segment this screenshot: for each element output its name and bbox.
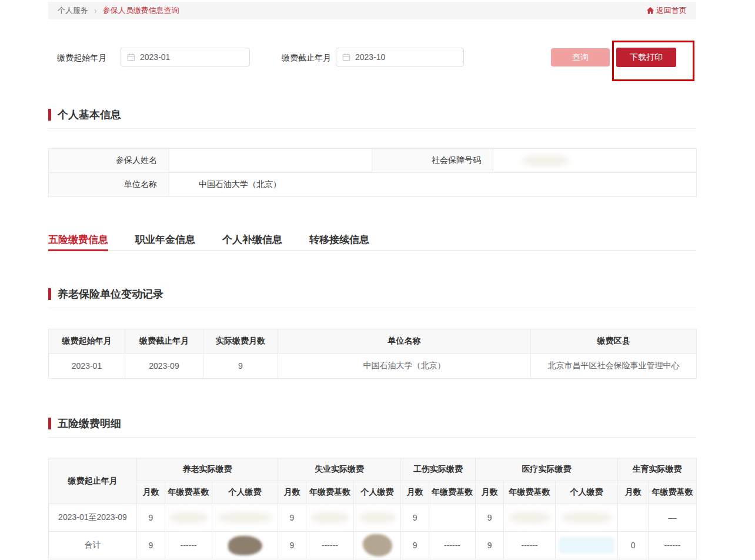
insurance-tabs: 五险缴费信息 职业年金信息 个人补缴信息 转移接续信息	[48, 231, 696, 251]
payment-detail-table: 缴费起止年月 养老实际缴费 失业实际缴费 工伤实际缴费 医疗实际缴费 生育实际缴…	[48, 458, 697, 559]
breadcrumb-parent-link[interactable]: 个人服务	[58, 5, 88, 16]
group-header-pension: 养老实际缴费	[137, 458, 278, 481]
section-pension-change-header: 养老保险单位变动记录	[48, 287, 696, 308]
column-header: 缴费区县	[531, 329, 697, 354]
column-header: 个人缴费	[556, 481, 618, 504]
employer-value-cell: 中国石油大学（北京）	[169, 173, 697, 197]
table-cell: 9	[203, 354, 278, 379]
redaction-smudge	[228, 536, 262, 555]
pension-change-section-title: 养老保险单位变动记录	[58, 287, 163, 301]
table-cell: 2023-09	[125, 354, 203, 379]
calendar-icon	[342, 53, 350, 61]
tab-transfer-continuation[interactable]: 转移接续信息	[309, 231, 369, 250]
detail-cell	[504, 504, 556, 532]
detail-cell	[212, 504, 278, 532]
detail-cell: 9	[137, 504, 165, 532]
tab-occupational-annuity[interactable]: 职业年金信息	[135, 231, 195, 250]
redaction-smudge	[562, 512, 612, 524]
detail-cell	[618, 504, 649, 532]
detail-cell	[306, 504, 354, 532]
group-header-maternity: 生育实际缴费	[618, 458, 697, 481]
detail-cell	[429, 504, 476, 532]
name-label-cell: 参保人姓名	[49, 149, 169, 173]
home-icon	[646, 6, 654, 15]
return-home-label: 返回首页	[656, 5, 687, 16]
table-row: 合计 9 ------ 9 ------ 9 ------ 9 ------ 0…	[49, 532, 697, 559]
employer-label-cell: 单位名称	[49, 173, 169, 197]
column-header: 年缴费基数	[649, 481, 697, 504]
column-header: 月数	[401, 481, 429, 504]
redaction-smudge	[509, 512, 550, 524]
end-month-label: 缴费截止年月	[282, 53, 331, 64]
detail-cell: ------	[429, 532, 476, 559]
start-month-value: 2023-01	[140, 52, 170, 62]
name-value-cell	[169, 149, 372, 173]
start-month-label: 缴费起始年月	[57, 53, 106, 64]
detail-cell: 9	[401, 532, 429, 559]
group-header-injury: 工伤实际缴费	[401, 458, 476, 481]
redaction-smudge	[219, 512, 272, 524]
detail-cell	[354, 504, 401, 532]
ssn-label-cell: 社会保障号码	[372, 149, 493, 173]
redaction-smudge	[359, 512, 396, 524]
detail-cell: 9	[137, 532, 165, 559]
table-row: 参保人姓名 社会保障号码	[49, 149, 697, 173]
detail-cell	[556, 532, 618, 559]
detail-cell: 9	[278, 504, 306, 532]
detail-cell: ------	[504, 532, 556, 559]
redaction-smudge	[363, 534, 392, 556]
pension-change-table: 缴费起始年月 缴费截止年月 实际缴费月数 单位名称 缴费区县 2023-01 2…	[48, 329, 697, 379]
basic-info-table: 参保人姓名 社会保障号码 单位名称 中国石油大学（北京）	[48, 148, 697, 197]
column-header: 年缴费基数	[306, 481, 354, 504]
end-month-input[interactable]: 2023-10	[336, 48, 464, 66]
column-header: 缴费截止年月	[125, 329, 203, 354]
detail-cell	[212, 532, 278, 559]
detail-cell: 9	[476, 532, 504, 559]
insured-payment-query-page: 个人服务 › 参保人员缴费信息查询 返回首页 缴费起始年月 2023-01 缴费…	[0, 0, 755, 560]
ssn-value-cell	[493, 149, 697, 173]
column-header: 年缴费基数	[165, 481, 212, 504]
column-header: 月数	[278, 481, 306, 504]
table-subheader-row: 月数 年缴费基数 个人缴费 月数 年缴费基数 个人缴费 月数 年缴费基数 月数 …	[49, 481, 697, 504]
redaction-smudge	[559, 537, 614, 554]
column-header: 月数	[476, 481, 504, 504]
detail-cell	[354, 532, 401, 559]
group-header-medical: 医疗实际缴费	[476, 458, 618, 481]
detail-cell: ------	[165, 532, 212, 559]
download-print-button[interactable]: 下载打印	[616, 48, 676, 67]
redaction-smudge	[311, 512, 349, 524]
tab-personal-supplement[interactable]: 个人补缴信息	[222, 231, 282, 250]
section-accent-bar	[48, 288, 51, 300]
column-header: 年缴费基数	[429, 481, 476, 504]
section-accent-bar	[48, 109, 51, 121]
column-header: 单位名称	[278, 329, 531, 354]
detail-period-cell: 合计	[49, 532, 137, 559]
detail-cell	[556, 504, 618, 532]
redaction-smudge	[170, 512, 208, 524]
tab-five-insurance-payment[interactable]: 五险缴费信息	[48, 231, 108, 250]
detail-cell: ------	[306, 532, 354, 559]
redaction-smudge	[523, 155, 569, 166]
period-column-header: 缴费起止年月	[49, 458, 137, 504]
detail-cell: 0	[618, 532, 649, 559]
column-header: 个人缴费	[354, 481, 401, 504]
section-basic-info-header: 个人基本信息	[48, 108, 696, 129]
return-home-link[interactable]: 返回首页	[646, 5, 687, 16]
table-cell: 2023-01	[49, 354, 125, 379]
breadcrumb: 个人服务 › 参保人员缴费信息查询 返回首页	[48, 2, 696, 19]
table-header-row: 缴费起始年月 缴费截止年月 实际缴费月数 单位名称 缴费区县	[49, 329, 697, 354]
breadcrumb-separator: ›	[94, 6, 97, 15]
group-header-unemployment: 失业实际缴费	[278, 458, 401, 481]
detail-cell: 9	[401, 504, 429, 532]
table-row: 2023-01至2023-09 9 9 9 9 —	[49, 504, 697, 532]
section-payment-detail-header: 五险缴费明细	[48, 416, 696, 438]
calendar-icon	[127, 53, 135, 61]
table-group-header-row: 缴费起止年月 养老实际缴费 失业实际缴费 工伤实际缴费 医疗实际缴费 生育实际缴…	[49, 458, 697, 481]
column-header: 月数	[618, 481, 649, 504]
column-header: 月数	[137, 481, 165, 504]
detail-cell	[165, 504, 212, 532]
query-button[interactable]: 查询	[551, 48, 610, 66]
start-month-input[interactable]: 2023-01	[121, 48, 250, 66]
table-row: 2023-01 2023-09 9 中国石油大学（北京） 北京市昌平区社会保险事…	[49, 354, 697, 379]
detail-period-cell: 2023-01至2023-09	[49, 504, 137, 532]
